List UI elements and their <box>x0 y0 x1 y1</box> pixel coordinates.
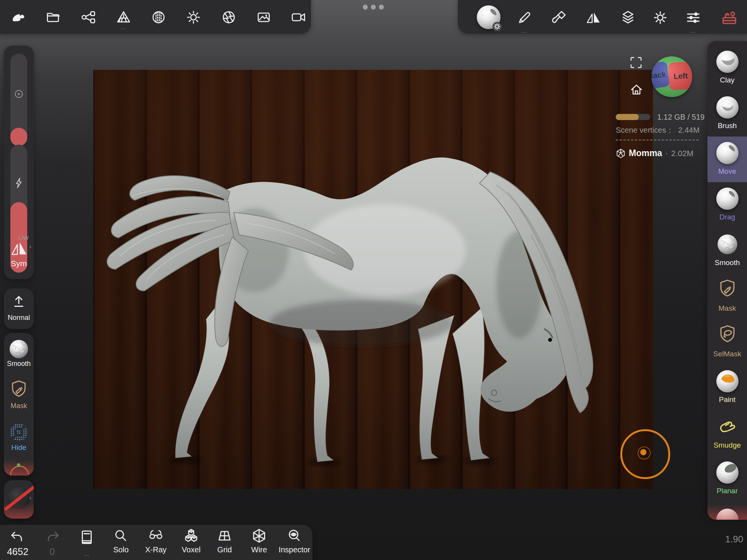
mask-subtool-button[interactable] <box>9 379 28 400</box>
memory-text-clip: 1.12 GB / 519 MB <box>657 113 706 122</box>
topology-button[interactable]: … <box>683 7 704 28</box>
toggle-grid[interactable]: Grid <box>211 528 238 554</box>
history-more-dots: … <box>76 552 98 555</box>
paint-sphere-icon <box>716 370 739 392</box>
tool-planar-label: Planar <box>707 487 747 495</box>
redo-count: 0 <box>36 546 68 557</box>
undo-button[interactable] <box>6 529 29 546</box>
background-button[interactable]: … <box>112 6 135 29</box>
material-expand-chevron[interactable]: › <box>29 494 31 502</box>
planar-sphere-icon <box>716 461 739 484</box>
voxel-cubes-icon <box>183 528 200 545</box>
sym-expand-chevron[interactable]: › <box>29 243 31 250</box>
nomad-logo-button[interactable] <box>7 6 30 29</box>
undo-icon <box>9 530 26 545</box>
smooth-sphere-icon <box>716 233 739 255</box>
files-button[interactable] <box>42 6 65 29</box>
settings-button[interactable] <box>649 7 671 28</box>
tool-clay[interactable]: Clay <box>707 45 747 91</box>
home-view-button[interactable] <box>628 81 645 98</box>
inspector-eye-icon <box>286 528 303 545</box>
folder-icon <box>45 9 62 26</box>
material-button[interactable] <box>476 5 501 30</box>
handle-dot <box>363 5 368 10</box>
tool-move[interactable]: Move <box>707 137 747 182</box>
tool-mask-label: Mask <box>707 304 747 313</box>
gizmo-subtool-partial[interactable] <box>9 463 28 476</box>
stroke-button[interactable]: … <box>514 7 535 28</box>
normal-arrow-icon <box>10 293 28 311</box>
smooth-subtool-button[interactable] <box>8 338 30 360</box>
tool-smooth[interactable]: Smooth <box>707 228 747 273</box>
toggle-inspector[interactable]: Inspector <box>273 528 316 554</box>
paintbrush-icon <box>550 9 568 26</box>
memory-bar-fill <box>616 114 639 120</box>
paint-all-button[interactable] <box>548 7 570 28</box>
share-nodes-icon <box>80 9 97 26</box>
history-button[interactable] <box>76 529 98 548</box>
toggle-voxel[interactable]: Voxel <box>176 528 207 554</box>
material-slot-panel[interactable]: › <box>4 480 34 519</box>
object-sep: · <box>665 148 668 158</box>
postprocess-button[interactable] <box>217 6 240 29</box>
tool-paint[interactable]: Paint <box>707 365 747 410</box>
object-name: Momma <box>629 148 662 158</box>
radius-slider[interactable] <box>10 54 27 146</box>
redo-button[interactable] <box>41 529 64 546</box>
hatched-sphere-icon <box>150 9 167 26</box>
tool-planar[interactable]: Planar <box>707 456 747 502</box>
viewport-canvas[interactable] <box>93 70 653 489</box>
scene-vertices-row: Scene vertices： 2.44M <box>616 125 699 135</box>
scene-vertices-label: Scene vertices： <box>616 126 674 134</box>
bricks-pyramid-icon <box>115 9 132 26</box>
radius-slider-fill <box>10 128 27 146</box>
object-row[interactable]: Momma · 2.02M <box>616 148 694 158</box>
smooth-subtool-label: Smooth <box>4 360 34 368</box>
fullscreen-button[interactable] <box>628 54 644 71</box>
toggle-wire-label: Wire <box>246 545 273 554</box>
home-icon <box>629 82 644 97</box>
export-button[interactable] <box>77 6 100 29</box>
camera-button[interactable] <box>287 6 310 29</box>
hide-subtool-button[interactable] <box>8 422 29 443</box>
orientation-ball[interactable]: Back Left <box>651 56 692 97</box>
handle-dot <box>371 5 376 10</box>
falloff-panel[interactable]: Normal <box>4 288 34 329</box>
stroke-more-dots: … <box>514 29 535 32</box>
matcap-button[interactable] <box>147 6 170 29</box>
handle-dot <box>379 5 384 10</box>
toggle-inspector-label: Inspector <box>273 545 316 554</box>
toolbox-icon <box>720 8 739 27</box>
image-export-button[interactable] <box>252 6 275 29</box>
undo-count: 4652 <box>2 546 34 557</box>
clay-sphere-icon <box>716 51 739 73</box>
horse-model[interactable] <box>93 70 653 489</box>
tool-brush[interactable]: Brush <box>707 91 747 137</box>
tool-smooth-label: Smooth <box>707 259 747 267</box>
gear-icon <box>651 9 669 26</box>
symmetry-button[interactable] <box>583 7 604 28</box>
toggle-wire[interactable]: Wire <box>246 528 273 554</box>
tool-mask[interactable]: Mask <box>707 273 747 319</box>
sun-icon <box>185 9 202 26</box>
scene-vertices-value: 2.44M <box>678 126 700 134</box>
selmask-shield-icon <box>717 324 737 346</box>
strength-icon <box>12 176 26 190</box>
redo-icon <box>44 530 61 545</box>
layers-button[interactable] <box>617 7 639 28</box>
glasses-icon <box>147 528 164 545</box>
hide-dotted-sphere-icon <box>8 422 29 443</box>
tool-selmask-label: SelMask <box>707 350 747 358</box>
lighting-button[interactable] <box>182 6 205 29</box>
toggle-xray[interactable]: X-Ray <box>140 528 171 554</box>
move-sphere-icon <box>716 142 739 164</box>
toggle-solo[interactable]: Solo <box>107 528 134 554</box>
debug-button[interactable] <box>718 6 741 29</box>
tool-smudge[interactable]: Smudge <box>707 410 747 456</box>
symmetry-toggle[interactable] <box>8 240 30 257</box>
stats-divider <box>616 140 699 140</box>
multitask-handle[interactable] <box>363 5 386 10</box>
tool-selmask[interactable]: SelMask <box>707 319 747 365</box>
tool-drag[interactable]: Drag <box>707 182 747 228</box>
brush-sphere-icon <box>716 96 739 119</box>
